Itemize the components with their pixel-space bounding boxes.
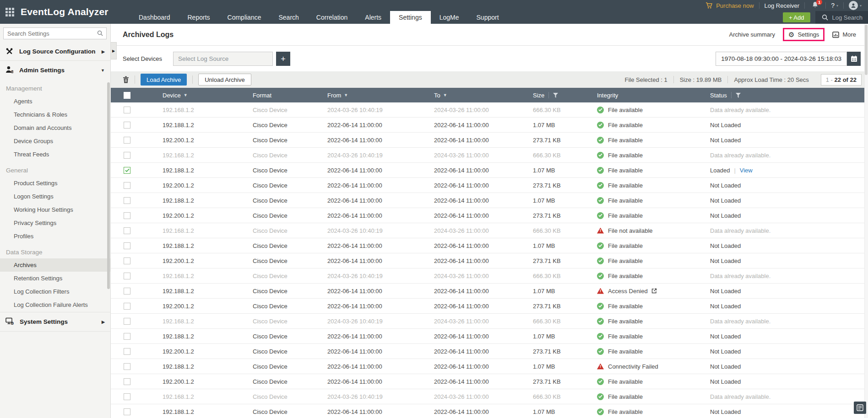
add-device-button[interactable]: + [276, 52, 290, 66]
filter-funnel-icon[interactable] [553, 93, 558, 98]
delete-button[interactable] [123, 76, 129, 83]
add-button[interactable]: + Add [783, 12, 810, 22]
column-header-to[interactable]: To▼ [434, 92, 533, 99]
row-checkbox[interactable] [124, 348, 130, 355]
cell-status: Not Loaded | [710, 408, 868, 415]
row-checkbox[interactable] [124, 333, 130, 340]
scrollbar-thumb[interactable] [865, 25, 868, 75]
column-header-size[interactable]: Size [533, 92, 597, 99]
nav-tab-compliance[interactable]: Compliance [219, 11, 270, 24]
sidebar-item-domain-and-accounts[interactable]: Domain and Accounts [0, 121, 110, 134]
main-nav-bar: DashboardReportsComplianceSearchCorrelat… [0, 11, 868, 24]
sidebar-item-privacy-settings[interactable]: Privacy Settings [0, 216, 110, 230]
sidebar-item-admin-settings[interactable]: ⚙ Admin Settings ▼ [0, 61, 110, 79]
nav-tab-settings[interactable]: Settings [390, 11, 431, 24]
sidebar-item-agents[interactable]: Agents [0, 95, 110, 108]
row-checkbox[interactable] [124, 182, 130, 189]
log-search-button[interactable]: Log Search [815, 11, 868, 24]
load-archive-button[interactable]: Load Archive [141, 74, 187, 86]
row-checkbox[interactable] [124, 257, 130, 264]
integrity-ok-icon [597, 273, 604, 279]
view-link[interactable]: View [740, 167, 753, 174]
sidebar-item-product-settings[interactable]: Product Settings [0, 177, 110, 190]
more-button[interactable]: More [832, 31, 856, 38]
top-bar: EventLog Analyzer Purchase now Log Recei… [0, 0, 868, 24]
column-header-status[interactable]: Status [710, 92, 868, 99]
sidebar-item-log-source-configuration[interactable]: Log Source Configuration ▶ [0, 43, 110, 60]
search-icon[interactable] [97, 30, 103, 38]
brand: EventLog Analyzer [0, 0, 128, 24]
cell-size: 1.07 MB [533, 197, 597, 204]
row-checkbox[interactable] [124, 107, 130, 113]
column-header-format[interactable]: Format [253, 92, 327, 99]
sidebar-item-log-collection-filters[interactable]: Log Collection Filters [0, 285, 110, 298]
cell-format: Cisco Device [253, 137, 327, 144]
unload-archive-button[interactable]: Unload Archive [198, 74, 251, 86]
select-log-source-input[interactable] [173, 52, 273, 66]
notifications-button[interactable]: 1 [812, 1, 819, 10]
sidebar-collapse-handle[interactable]: ▶ [111, 42, 117, 59]
column-header-from[interactable]: From▼ [327, 92, 434, 99]
trash-icon [123, 76, 129, 83]
cell-status: Loaded | View [710, 167, 868, 174]
purchase-now-link[interactable]: Purchase now [705, 2, 754, 9]
search-settings-input[interactable] [3, 27, 107, 39]
sidebar-item-system-settings[interactable]: ⚙ System Settings ▶ [0, 313, 110, 331]
archive-summary-link[interactable]: Archive summary [729, 31, 775, 38]
sidebar-item-threat-feeds[interactable]: Threat Feeds [0, 148, 110, 161]
nav-tab-logme[interactable]: LogMe [431, 11, 468, 24]
sidebar-item-profiles[interactable]: Profiles [0, 230, 110, 243]
row-checkbox[interactable] [124, 122, 130, 129]
nav-tab-alerts[interactable]: Alerts [356, 11, 390, 24]
row-checkbox[interactable] [124, 303, 130, 310]
nav-tab-reports[interactable]: Reports [179, 11, 219, 24]
date-range-value[interactable]: 1970-08-18 09:30:00 - 2024-03-26 15:18:0… [716, 52, 847, 66]
row-checkbox[interactable] [124, 137, 130, 144]
archive-settings-button[interactable]: ⚙ Settings [783, 28, 825, 41]
cell-size: 666.30 KB [533, 107, 597, 113]
row-checkbox[interactable] [124, 227, 130, 234]
row-checkbox[interactable] [124, 152, 130, 159]
cell-device: 192.188.1.2 [163, 167, 253, 174]
row-checkbox[interactable] [124, 212, 130, 219]
select-all-checkbox[interactable] [124, 92, 130, 99]
row-checkbox[interactable] [124, 242, 130, 249]
cell-to: 2022-06-14 11:00:00 [434, 242, 533, 249]
row-checkbox[interactable] [124, 318, 130, 325]
sidebar-item-logon-settings[interactable]: Logon Settings [0, 190, 110, 203]
row-checkbox[interactable] [124, 288, 130, 295]
support-panel-button[interactable] [854, 402, 866, 414]
row-checkbox[interactable] [124, 197, 130, 204]
sidebar-item-archives[interactable]: Archives [0, 258, 110, 272]
nav-tab-support[interactable]: Support [468, 11, 508, 24]
sidebar-item-device-groups[interactable]: Device Groups [0, 134, 110, 148]
row-checkbox[interactable] [124, 378, 130, 385]
nav-tab-dashboard[interactable]: Dashboard [130, 11, 179, 24]
nav-tab-correlation[interactable]: Correlation [308, 11, 356, 24]
row-checkbox[interactable] [124, 273, 130, 279]
row-checkbox[interactable] [124, 408, 130, 415]
column-header-integrity[interactable]: Integrity [597, 92, 710, 99]
page-scrollbar[interactable] [864, 24, 868, 418]
pagination[interactable]: 1 - 22 of 22 [821, 74, 862, 86]
integrity-ok-icon [597, 242, 604, 249]
external-link-icon[interactable] [651, 288, 657, 294]
row-checkbox[interactable] [124, 167, 130, 174]
help-menu[interactable]: ?▾ [831, 2, 838, 9]
row-checkbox[interactable] [124, 363, 130, 370]
sidebar-scrollbar[interactable] [107, 82, 110, 289]
column-header-device[interactable]: Device▼ [163, 92, 253, 99]
nav-tab-search[interactable]: Search [270, 11, 307, 24]
filter-funnel-icon[interactable] [736, 93, 741, 98]
integrity-text: File available [608, 378, 643, 385]
row-checkbox[interactable] [124, 393, 130, 400]
app-grid-icon[interactable] [5, 7, 15, 17]
sidebar-item-working-hour-settings[interactable]: Working Hour Settings [0, 203, 110, 216]
user-menu[interactable]: ▾ [849, 1, 862, 10]
calendar-button[interactable] [847, 52, 861, 66]
log-receiver-link[interactable]: Log Receiver [765, 2, 800, 9]
sidebar-item-log-collection-failure-alerts[interactable]: Log Collection Failure Alerts [0, 298, 110, 311]
sidebar-item-retention-settings[interactable]: Retention Settings [0, 272, 110, 285]
toolbar-summary: File Selected : 1 Size : 19.89 MB Approx… [618, 74, 862, 86]
sidebar-item-technicians-roles[interactable]: Technicians & Roles [0, 108, 110, 121]
